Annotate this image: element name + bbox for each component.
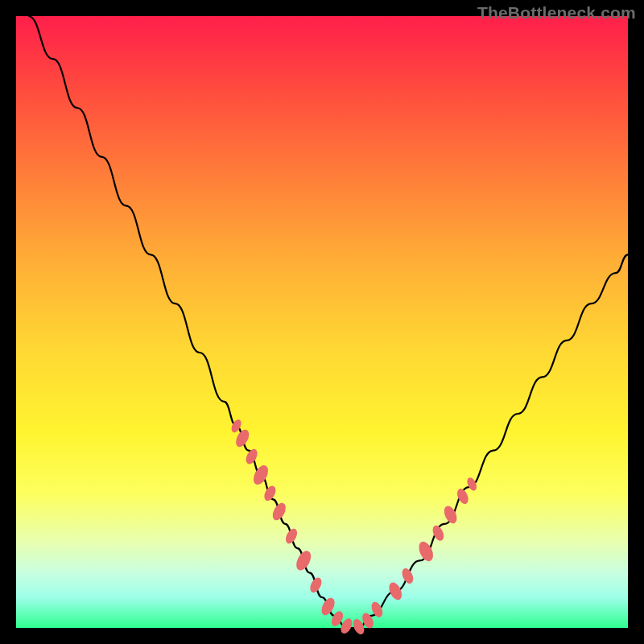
curve-marker	[283, 526, 299, 545]
curve-marker	[386, 580, 404, 602]
chart-svg	[16, 16, 628, 628]
curve-marker	[250, 463, 270, 487]
curve-marker	[400, 567, 415, 585]
plot-area	[16, 16, 628, 628]
bottleneck-curve	[28, 16, 628, 628]
curve-marker	[308, 576, 324, 594]
chart-frame: TheBottleneck.com	[0, 0, 644, 644]
curve-marker	[319, 596, 337, 617]
curve-markers	[229, 418, 478, 636]
watermark-text: TheBottleneck.com	[477, 3, 636, 23]
curve-marker	[270, 501, 288, 522]
curve-marker	[293, 548, 313, 572]
curve-marker	[465, 476, 478, 492]
